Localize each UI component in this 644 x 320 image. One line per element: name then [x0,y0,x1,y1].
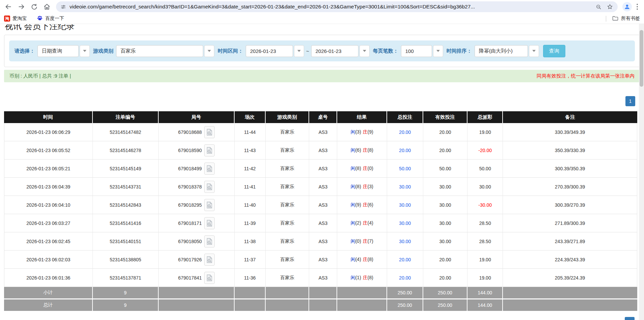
cell-valid-bet: 50.00 [423,159,467,178]
cell-note: 205.39/224.39 [503,269,637,287]
home-icon[interactable] [42,2,52,12]
cell-time: 2026-01-23 06:02:03 [4,251,93,269]
page-scrollbar[interactable] [639,24,644,320]
video-replay-button[interactable] [204,272,215,284]
divider [606,16,606,22]
url-text[interactable]: videoie.com/game/betrecord_search/kind3?… [70,4,591,10]
forward-icon[interactable] [16,2,26,12]
video-replay-button[interactable] [204,181,215,193]
video-replay-button[interactable] [204,254,215,266]
header-round: 局号 [159,111,235,123]
page-size-select[interactable]: 100 [401,45,443,57]
chevron-down-icon[interactable] [529,45,539,57]
subtotal-total-bet: 250.00 [387,287,423,298]
table-body: 2026-01-23 06:06:29 523145147482 6790186… [4,123,637,287]
cell-table: AS3 [309,141,337,159]
banker-result: 庄 [363,147,368,153]
video-replay-button[interactable] [204,217,215,229]
player-result: 闲 [351,275,355,280]
chevron-down-icon[interactable] [294,45,304,57]
video-replay-button[interactable] [204,144,215,156]
cell-total-bet[interactable]: 30.00 [387,196,423,214]
cell-total-bet[interactable]: 30.00 [387,178,423,196]
currency-summary: 币别 : 人民币 | 总共 :9 注单 | [9,73,71,79]
cell-bet-id: 523145141416 [93,214,159,232]
page-1-button[interactable]: 1 [625,96,635,106]
query-type-select[interactable]: 日期查询 [37,45,90,57]
cell-total-bet[interactable]: 20.00 [387,123,423,141]
cell-round: 679017926 [159,251,235,269]
bookmark-label: 百度一下 [45,16,64,22]
round-number: 679018378 [178,184,202,190]
reload-icon[interactable] [29,2,39,12]
chevron-down-icon[interactable] [433,45,443,57]
cell-note: 350.39/330.39 [503,141,637,159]
url-bar[interactable]: videoie.com/game/betrecord_search/kind3?… [56,1,618,12]
cell-bet-id: 523145138805 [93,251,159,269]
cell-total-bet[interactable]: 30.00 [387,232,423,251]
cell-valid-bet: 30.00 [423,178,467,196]
search-button[interactable]: 查询 [543,45,565,57]
game-type-value: 百家乐 [116,45,203,57]
cell-session: 11-37 [235,251,266,269]
cell-bet-id: 523145143731 [93,178,159,196]
cell-result: 闲(4)庄(8) [337,251,387,269]
cell-bet-id: 523145147482 [93,123,159,141]
header-session: 场次 [235,111,266,123]
cell-game-type: 百家乐 [266,232,309,251]
video-replay-button[interactable] [204,235,215,248]
chevron-down-icon[interactable] [80,45,90,57]
cell-round: 679018688 [159,123,235,141]
cell-total-bet[interactable]: 20.00 [387,141,423,159]
bookmark-baidu[interactable]: 百度一下 [37,15,64,22]
date-start-value: 2026-01-23 [246,45,293,57]
browser-menu-icon[interactable] [634,2,641,11]
banker-result: 庄 [363,257,368,262]
round-number: 679017841 [178,275,202,281]
banker-result: 庄 [363,275,368,280]
header-note: 备注 [503,111,637,123]
pagination-bottom-button[interactable] [625,317,635,320]
query-type-value: 日期查询 [37,45,79,57]
total-total-bet: 250.00 [387,299,423,311]
cell-result: 闲(9)庄(6) [337,196,387,214]
sort-select[interactable]: 降幂(由大到小) [475,45,539,57]
all-bookmarks[interactable]: 所有书签 [606,16,640,22]
cell-payout: 50.00 [467,159,503,178]
video-replay-button[interactable] [204,163,215,175]
cell-valid-bet: 20.00 [423,123,467,141]
chevron-down-icon[interactable] [359,45,370,57]
bookmark-taobao[interactable]: 淘 爱淘宝 [4,16,27,22]
date-end-select[interactable]: 2026-01-23 [311,45,370,57]
zoom-icon[interactable] [594,2,603,11]
cell-payout: 19.00 [467,123,503,141]
cell-result: 闲(8)庄(0) [337,159,387,178]
table-header-row: 时间 注单编号 局号 场次 游戏类别 桌号 结果 总投注 有效投注 总派彩 备注 [4,111,637,123]
video-replay-button[interactable] [204,126,215,138]
cell-total-bet[interactable]: 30.00 [387,214,423,232]
site-settings-icon[interactable] [59,2,68,11]
cell-time: 2026-01-23 06:06:29 [4,123,93,141]
total-count: 9 [93,299,159,311]
cell-table: AS3 [309,196,337,214]
video-replay-button[interactable] [204,199,215,211]
cell-game-type: 百家乐 [266,196,309,214]
back-icon[interactable] [3,2,14,12]
cell-total-bet[interactable]: 20.00 [387,251,423,269]
cell-payout: 30.00 [467,178,503,196]
profile-avatar-icon[interactable] [622,2,632,11]
scrollbar-thumb[interactable] [640,30,643,87]
date-start-select[interactable]: 2026-01-23 [246,45,304,57]
filter-strip: 请选择： 日期查询 游戏类别 百家乐 时间区间： 2026-01-23 ~ 20… [9,40,635,61]
cell-note: 271.89/300.39 [503,214,637,232]
game-type-select[interactable]: 百家乐 [116,45,214,57]
date-range-label: 时间区间： [218,48,243,54]
cell-bet-id: 523145140151 [93,232,159,251]
chevron-down-icon[interactable] [204,45,214,57]
cell-total-bet[interactable]: 50.00 [387,159,423,178]
banker-result: 庄 [363,238,368,244]
subtotal-row: 小计 9 250.00 250.00 144.00 [4,287,637,298]
cell-table: AS3 [309,269,337,287]
bookmark-star-icon[interactable] [606,2,614,11]
cell-total-bet[interactable]: 20.00 [387,269,423,287]
